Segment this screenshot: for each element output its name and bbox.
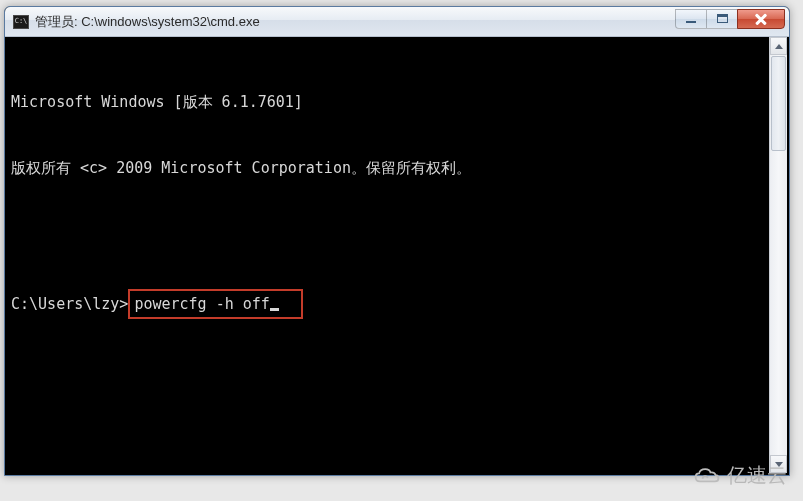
command-highlight: powercfg -h off: [128, 289, 303, 319]
terminal-line-version: Microsoft Windows [版本 6.1.7601]: [11, 91, 783, 113]
watermark-text: 亿速云: [727, 462, 787, 489]
terminal-area[interactable]: Microsoft Windows [版本 6.1.7601] 版权所有 <c>…: [5, 37, 789, 475]
cloud-icon: [693, 465, 721, 487]
maximize-icon: [717, 14, 728, 23]
cmd-icon: [13, 15, 29, 29]
maximize-button[interactable]: [706, 9, 738, 29]
arrow-up-icon: [775, 44, 783, 49]
terminal-prompt: C:\Users\lzy>: [11, 293, 128, 315]
scroll-thumb[interactable]: [771, 56, 786, 151]
cursor: [270, 308, 279, 311]
minimize-icon: [686, 20, 696, 23]
scroll-up-button[interactable]: [770, 37, 787, 55]
close-icon: [755, 13, 767, 25]
cmd-window: 管理员: C:\windows\system32\cmd.exe Microso…: [4, 6, 790, 476]
minimize-button[interactable]: [675, 9, 707, 29]
watermark: 亿速云: [693, 462, 787, 489]
terminal-prompt-line: C:\Users\lzy>powercfg -h off: [11, 289, 783, 319]
titlebar[interactable]: 管理员: C:\windows\system32\cmd.exe: [5, 7, 789, 37]
terminal-command: powercfg -h off: [134, 295, 269, 313]
window-title: 管理员: C:\windows\system32\cmd.exe: [35, 13, 676, 31]
vertical-scrollbar[interactable]: [769, 37, 787, 473]
terminal-line-copyright: 版权所有 <c> 2009 Microsoft Corporation。保留所有…: [11, 157, 783, 179]
terminal-blank-line: [11, 223, 783, 245]
window-controls: [676, 9, 785, 31]
close-button[interactable]: [737, 9, 785, 29]
